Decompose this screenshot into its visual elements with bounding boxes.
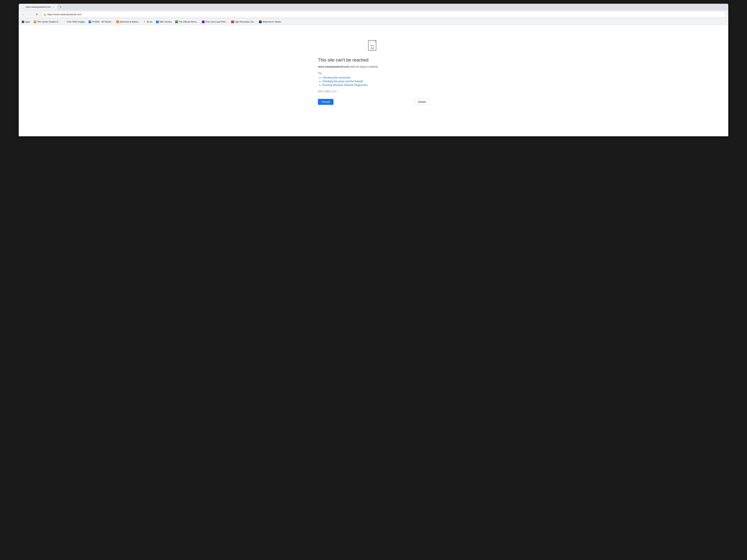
tab-bar: 📄 store.steampowered.com × + xyxy=(19,4,728,10)
error-container: This site can't be reached store.steampo… xyxy=(318,40,429,105)
bookmark-favicon-highres: 8 xyxy=(231,21,234,23)
page-content: This site can't be reached store.steampo… xyxy=(19,25,728,136)
bookmark-tf3dm[interactable]: 3D TF3DM - 3D Model... xyxy=(87,20,114,24)
bookmark-favicon-hdr: 📄 xyxy=(64,21,66,23)
suggestion-link-2[interactable]: Checking the proxy and the firewall xyxy=(323,80,363,83)
bookmark-favicon-sibl: 🔍 xyxy=(156,21,159,23)
svg-point-2 xyxy=(371,47,372,48)
error-title: This site can't be reached xyxy=(318,57,368,62)
bookmark-apps[interactable]: ⬛ Apps xyxy=(20,20,31,24)
tab-close-button[interactable]: × xyxy=(52,5,55,8)
bookmark-welcome-steam[interactable]: S Welcome to Steam xyxy=(258,20,283,24)
bookmark-blender[interactable]: ▶ Welcome to Blend... xyxy=(115,20,141,24)
suggestion-link-1[interactable]: Checking the connection xyxy=(323,76,351,79)
details-button[interactable]: Details xyxy=(415,99,429,105)
back-button[interactable]: ← xyxy=(21,12,26,17)
error-try-label: Try: xyxy=(318,72,323,75)
bookmark-label-3dart: 3d art xyxy=(147,21,152,23)
bookmark-favicon-cycles: 🔄 xyxy=(34,21,36,23)
bookmark-label-tf3dm: TF3DM - 3D Model... xyxy=(92,21,113,23)
bookmark-favicon-apps: ⬛ xyxy=(22,21,24,23)
new-tab-button[interactable]: + xyxy=(58,4,63,10)
lock-icon: 🔒 xyxy=(43,13,46,16)
suggestion-link-3[interactable]: Running Windows Network Diagnostics xyxy=(323,83,367,86)
bookmark-label-blender: Welcome to Blend... xyxy=(120,21,139,23)
error-buttons-row: Reload Details xyxy=(318,99,429,105)
bookmark-cycles-shader[interactable]: 🔄 The Cycles Shader E... xyxy=(32,20,61,24)
forward-button[interactable]: → xyxy=(28,12,33,17)
error-subtitle: store.steampowered.com took too long to … xyxy=(318,65,379,69)
bookmark-label-icons: Free Icons and PNG... xyxy=(205,21,227,23)
bookmarks-bar: ⬛ Apps 🔄 The Cycles Shader E... 📄 Free H… xyxy=(19,19,728,25)
suggestion-1: Checking the connection xyxy=(323,76,367,79)
bookmark-label-highres: High Resolution Se... xyxy=(235,21,256,23)
error-domain: store.steampowered.com xyxy=(318,65,349,68)
bookmark-favicon-3dart: ✦ xyxy=(143,21,146,23)
bookmark-label-sibl: sIBL Archive xyxy=(159,21,172,23)
error-code: ERR_TIMED_OUT xyxy=(318,90,337,93)
suggestion-3: Running Windows Network Diagnostics xyxy=(323,83,367,86)
bookmark-label-official: The Official Home... xyxy=(179,21,198,23)
reload-nav-button[interactable]: ↻ xyxy=(34,12,40,17)
error-suggestions-list: Checking the connection Checking the pro… xyxy=(323,76,367,87)
bookmark-free-hdr[interactable]: 📄 Free HDR Images xyxy=(62,20,86,24)
bookmark-label-cycles: The Cycles Shader E... xyxy=(37,21,60,23)
bookmark-favicon-steam: S xyxy=(259,21,262,23)
bookmark-favicon-tf3dm: 3D xyxy=(88,21,91,23)
tab-title: store.steampowered.com xyxy=(26,6,51,8)
address-text: https://store.steampowered.com xyxy=(47,13,81,16)
bookmark-high-res[interactable]: 8 High Resolution Se... xyxy=(230,20,257,24)
tab-favicon-icon: 📄 xyxy=(22,6,24,8)
suggestion-2: Checking the proxy and the firewall xyxy=(323,80,367,83)
bookmark-label-apps: Apps xyxy=(25,21,30,23)
bookmark-sibl[interactable]: 🔍 sIBL Archive xyxy=(155,20,173,24)
active-tab[interactable]: 📄 store.steampowered.com × xyxy=(20,4,57,10)
svg-point-3 xyxy=(373,47,374,48)
bookmark-favicon-icons: ⭕ xyxy=(202,21,205,23)
browser-window: 📄 store.steampowered.com × + ← → ↻ 🔒 htt… xyxy=(19,4,728,136)
error-page-icon xyxy=(368,40,379,53)
nav-bar: ← → ↻ 🔒 https://store.steampowered.com xyxy=(19,10,728,19)
bookmark-label-steam: Welcome to Steam xyxy=(262,21,281,23)
bookmark-label-hdr: Free HDR Images xyxy=(67,21,85,23)
bookmark-official-home[interactable]: M The Official Home... xyxy=(174,20,200,24)
bookmark-free-icons[interactable]: ⭕ Free Icons and PNG... xyxy=(201,20,229,24)
bookmark-favicon-blender: ▶ xyxy=(117,21,119,23)
error-subtitle-text: took too long to respond. xyxy=(349,65,379,68)
address-bar[interactable]: 🔒 https://store.steampowered.com xyxy=(41,12,726,17)
reload-button[interactable]: Reload xyxy=(318,99,334,105)
bookmark-favicon-official: M xyxy=(175,21,178,23)
bookmark-3dart[interactable]: ✦ 3d art xyxy=(142,20,154,24)
